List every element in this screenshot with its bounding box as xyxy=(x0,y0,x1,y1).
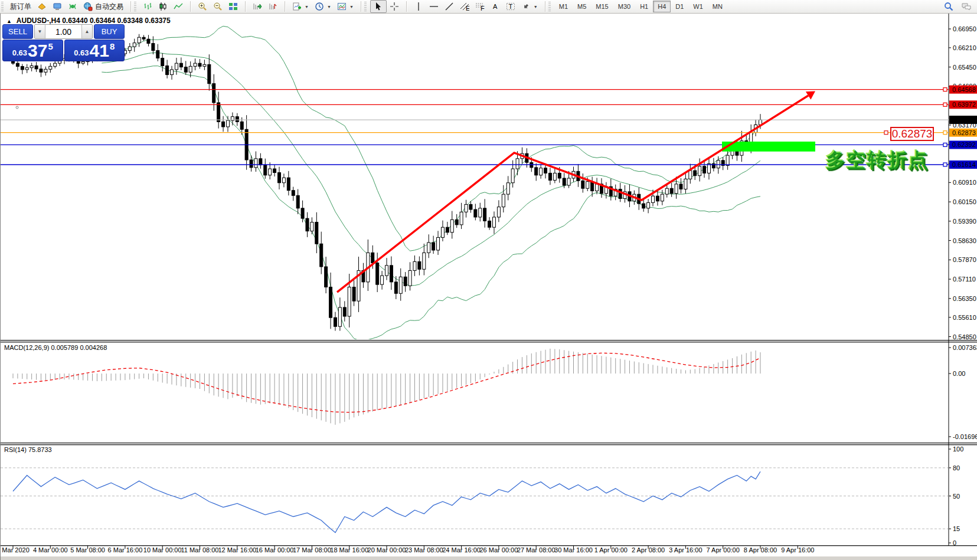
search-icon[interactable] xyxy=(944,2,953,11)
chart-window: 0.669500.662100.654500.646900.639300.631… xyxy=(0,14,977,560)
price-axis-label: 0.56350 xyxy=(953,295,976,302)
time-axis-label: 26 Mar 00:00 xyxy=(479,546,518,554)
periods-button[interactable]: ▼ xyxy=(312,1,334,12)
chat-icon[interactable] xyxy=(962,2,971,11)
arrows-tool-button[interactable]: ▼ xyxy=(518,1,541,12)
price-axis-label: 0.58630 xyxy=(953,237,976,244)
zoom-out-icon xyxy=(213,2,223,11)
time-axis-label: 3 Apr 16:00 xyxy=(669,546,702,554)
ohlc-quotes-label: 0.63440 0.63464 0.63348 0.63375 xyxy=(62,17,171,25)
candlestick-mode-button[interactable] xyxy=(155,1,171,12)
volume-increase-button[interactable]: ▲ xyxy=(81,25,92,38)
price-axis-label: 0.54850 xyxy=(953,333,976,340)
fibonacci-icon: F xyxy=(475,2,485,11)
templates-button[interactable]: ▼ xyxy=(334,1,357,12)
bar-chart-mode-button[interactable] xyxy=(140,1,155,12)
autotrading-label: 自动交易 xyxy=(95,2,123,12)
market-watch-icon[interactable] xyxy=(34,1,50,12)
price-axis-label: 0.66950 xyxy=(953,25,976,32)
time-axis-label: 12 Mar 16:00 xyxy=(218,546,256,554)
channel-tool-button[interactable]: E xyxy=(457,1,472,12)
new-order-button[interactable]: 新订单 xyxy=(7,1,34,13)
vertical-line-tool-button[interactable] xyxy=(411,1,426,12)
green-zone-rectangle xyxy=(722,142,815,152)
text-tool-button[interactable]: A xyxy=(488,1,503,12)
cursor-icon xyxy=(374,2,383,11)
periods-dropdown-caret[interactable]: ▼ xyxy=(327,5,331,9)
time-axis-label: 1 Apr 00:00 xyxy=(594,546,628,554)
crosshair-icon xyxy=(390,2,399,11)
collapse-panel-icon[interactable]: ▲ xyxy=(6,18,12,24)
zoom-in-button[interactable] xyxy=(195,1,210,12)
price-axis-label: 0.60150 xyxy=(953,198,976,205)
turning-point-annotation[interactable]: 多空转折点 xyxy=(826,148,929,174)
sell-button[interactable]: SELL xyxy=(2,24,33,39)
label-tool-button[interactable]: T xyxy=(503,1,518,12)
time-axis-label: 18 Mar 16:00 xyxy=(330,546,368,554)
volume-decrease-button[interactable]: ▼ xyxy=(35,25,45,38)
chart-shift-button[interactable] xyxy=(265,1,280,12)
toolbar-grip[interactable] xyxy=(1,2,4,11)
arrows-dropdown-caret[interactable]: ▼ xyxy=(534,5,538,9)
time-axis-label: 30 Mar 16:00 xyxy=(554,546,593,554)
fibonacci-tool-button[interactable]: F xyxy=(472,1,488,12)
rsi-pane-label: RSI(14) 75.8733 xyxy=(4,446,52,453)
signals-icon-button[interactable] xyxy=(65,1,80,12)
auto-scroll-button[interactable] xyxy=(250,1,265,12)
chart-shift-icon xyxy=(268,2,277,11)
price-axis-label: 0.66210 xyxy=(953,44,976,51)
rsi-axis-label: 80 xyxy=(953,464,960,471)
price-tag: 0.61614 xyxy=(952,161,976,168)
autotrading-button[interactable]: 自动交易 xyxy=(80,1,126,13)
timeframe-button-m15[interactable]: M15 xyxy=(591,1,613,12)
svg-text:F: F xyxy=(481,5,485,11)
indicators-button[interactable]: ▼ xyxy=(289,1,312,12)
data-window-icon-button[interactable] xyxy=(50,1,65,12)
timeframe-button-m5[interactable]: M5 xyxy=(573,1,591,12)
clock-icon xyxy=(315,2,324,11)
cursor-tool-button[interactable] xyxy=(370,0,387,13)
price-target-label[interactable]: 0.62873 xyxy=(890,127,934,141)
line-chart-mode-button[interactable] xyxy=(171,1,186,12)
horizontal-line-tool-button[interactable] xyxy=(426,1,442,12)
time-axis-label: 2 Mar 2020 xyxy=(1,546,30,554)
buy-price-big: 41 xyxy=(90,42,109,60)
timeframe-button-w1[interactable]: W1 xyxy=(688,1,708,12)
timeframe-button-h1[interactable]: H1 xyxy=(635,1,653,12)
buy-button[interactable]: BUY xyxy=(94,24,125,39)
chart-canvas[interactable]: 0.669500.662100.654500.646900.639300.631… xyxy=(1,14,977,560)
timeframe-button-m1[interactable]: M1 xyxy=(554,1,573,12)
crosshair-tool-button[interactable] xyxy=(387,1,402,12)
sell-price-big: 37 xyxy=(28,42,47,60)
sell-price-button[interactable]: 0.63 37 5 xyxy=(2,40,63,61)
price-axis-label: 0.60910 xyxy=(953,179,976,186)
indicators-dropdown-caret[interactable]: ▼ xyxy=(305,5,309,9)
price-axis-label: 0.65450 xyxy=(953,64,976,71)
price-tag: 0.63972 xyxy=(952,101,976,108)
trendline-tool-button[interactable] xyxy=(442,1,457,12)
volume-input[interactable]: 1.00 xyxy=(45,25,81,38)
templates-dropdown-caret[interactable]: ▼ xyxy=(349,5,354,9)
market-watch-icon xyxy=(37,2,47,11)
timeframe-button-mn[interactable]: MN xyxy=(708,1,727,12)
time-axis-label: 24 Mar 16:00 xyxy=(442,546,481,554)
price-axis-label: 0.57110 xyxy=(953,276,976,283)
sell-price-pip: 5 xyxy=(48,41,53,51)
svg-text:E: E xyxy=(466,5,469,11)
trendline-icon xyxy=(445,2,454,11)
timeframe-button-m30[interactable]: M30 xyxy=(613,1,635,12)
macd-axis-label: 0.00 xyxy=(953,370,965,377)
buy-price-button[interactable]: 0.63 41 8 xyxy=(64,40,125,61)
timeframe-button-d1[interactable]: D1 xyxy=(671,1,688,12)
time-axis-label: 2 Apr 08:00 xyxy=(632,546,665,554)
zoom-out-button[interactable] xyxy=(210,1,226,12)
templates-icon xyxy=(337,2,347,11)
timeframe-button-h4[interactable]: H4 xyxy=(653,1,671,12)
vertical-line-icon xyxy=(414,2,423,11)
line-chart-icon xyxy=(174,2,183,11)
price-tag: 0.62392 xyxy=(952,141,976,148)
tile-windows-button[interactable] xyxy=(226,1,241,12)
svg-text:A: A xyxy=(493,3,498,10)
rsi-axis-label: 50 xyxy=(953,493,960,500)
auto-scroll-icon xyxy=(253,2,262,11)
